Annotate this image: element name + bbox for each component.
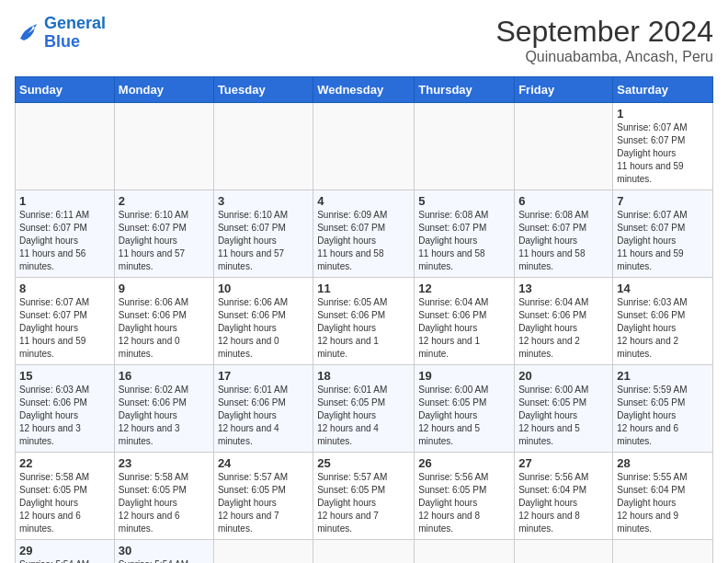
month-year-title: September 2024 <box>495 15 713 49</box>
calendar-cell: 22Sunrise: 5:58 AMSunset: 6:05 PMDayligh… <box>16 453 115 540</box>
location-subtitle: Quinuabamba, Ancash, Peru <box>495 49 713 65</box>
day-number: 12 <box>418 282 510 295</box>
calendar-cell: 14Sunrise: 6:03 AMSunset: 6:06 PMDayligh… <box>613 278 713 365</box>
day-info: Sunrise: 6:08 AMSunset: 6:07 PMDaylight … <box>418 209 510 273</box>
day-number: 11 <box>317 282 410 295</box>
day-info: Sunrise: 6:00 AMSunset: 6:05 PMDaylight … <box>518 384 609 448</box>
calendar-cell: 4Sunrise: 6:09 AMSunset: 6:07 PMDaylight… <box>313 190 415 278</box>
day-info: Sunrise: 6:03 AMSunset: 6:06 PMDaylight … <box>617 296 709 361</box>
day-info: Sunrise: 5:58 AMSunset: 6:05 PMDaylight … <box>19 471 110 535</box>
calendar-week-row: 8Sunrise: 6:07 AMSunset: 6:07 PMDaylight… <box>16 278 713 365</box>
calendar-cell: 8Sunrise: 6:07 AMSunset: 6:07 PMDaylight… <box>16 278 115 365</box>
day-info: Sunrise: 5:54 AMSunset: 6:04 PMDaylight … <box>19 558 110 563</box>
day-number: 18 <box>317 369 410 383</box>
day-info: Sunrise: 6:11 AMSunset: 6:07 PMDaylight … <box>19 209 110 273</box>
day-of-week-header: Monday <box>114 77 213 103</box>
day-number: 13 <box>518 282 609 295</box>
calendar-cell: 23Sunrise: 5:58 AMSunset: 6:05 PMDayligh… <box>114 453 213 540</box>
day-info: Sunrise: 6:01 AMSunset: 6:05 PMDaylight … <box>317 384 410 448</box>
calendar-cell: 24Sunrise: 5:57 AMSunset: 6:05 PMDayligh… <box>213 453 313 540</box>
day-number: 6 <box>518 194 609 208</box>
day-info: Sunrise: 6:07 AMSunset: 6:07 PMDaylight … <box>19 296 110 361</box>
logo: General Blue <box>15 15 106 52</box>
day-number: 16 <box>119 369 210 383</box>
day-info: Sunrise: 6:00 AMSunset: 6:05 PMDaylight … <box>418 384 510 448</box>
calendar-cell: 28Sunrise: 5:55 AMSunset: 6:04 PMDayligh… <box>613 453 713 540</box>
day-info: Sunrise: 5:55 AMSunset: 6:04 PMDaylight … <box>617 471 709 535</box>
calendar-week-row: 29Sunrise: 5:54 AMSunset: 6:04 PMDayligh… <box>16 540 713 564</box>
day-info: Sunrise: 5:57 AMSunset: 6:05 PMDaylight … <box>317 471 410 535</box>
calendar-cell: 30Sunrise: 5:54 AMSunset: 6:04 PMDayligh… <box>114 540 213 564</box>
day-number: 22 <box>19 456 110 470</box>
calendar-cell: 1Sunrise: 6:07 AMSunset: 6:07 PMDaylight… <box>613 103 713 190</box>
day-info: Sunrise: 6:01 AMSunset: 6:06 PMDaylight … <box>218 384 309 448</box>
calendar-cell <box>613 540 713 564</box>
day-number: 5 <box>418 194 510 208</box>
calendar-cell <box>213 540 313 564</box>
day-number: 19 <box>418 369 510 383</box>
day-number: 24 <box>218 456 309 470</box>
day-number: 9 <box>119 282 210 295</box>
day-number: 1 <box>617 107 709 121</box>
day-info: Sunrise: 6:03 AMSunset: 6:06 PMDaylight … <box>19 384 110 448</box>
day-info: Sunrise: 5:56 AMSunset: 6:05 PMDaylight … <box>418 471 510 535</box>
day-number: 27 <box>518 456 609 470</box>
day-info: Sunrise: 6:07 AMSunset: 6:07 PMDaylight … <box>617 121 709 186</box>
calendar-week-row: 1Sunrise: 6:07 AMSunset: 6:07 PMDaylight… <box>16 103 713 190</box>
calendar-cell <box>313 103 415 190</box>
day-info: Sunrise: 6:09 AMSunset: 6:07 PMDaylight … <box>317 209 410 273</box>
calendar-cell <box>415 103 515 190</box>
day-number: 14 <box>617 282 709 295</box>
calendar-cell <box>16 103 115 190</box>
day-info: Sunrise: 5:54 AMSunset: 6:04 PMDaylight … <box>119 558 210 563</box>
calendar-cell: 18Sunrise: 6:01 AMSunset: 6:05 PMDayligh… <box>313 365 415 453</box>
day-info: Sunrise: 6:07 AMSunset: 6:07 PMDaylight … <box>617 209 709 273</box>
calendar-header-row: SundayMondayTuesdayWednesdayThursdayFrid… <box>16 77 713 103</box>
calendar-cell: 26Sunrise: 5:56 AMSunset: 6:05 PMDayligh… <box>415 453 515 540</box>
day-number: 7 <box>617 194 709 208</box>
day-number: 30 <box>119 544 210 557</box>
calendar-cell: 15Sunrise: 6:03 AMSunset: 6:06 PMDayligh… <box>16 365 115 453</box>
day-number: 8 <box>19 282 110 295</box>
calendar-cell <box>515 103 613 190</box>
calendar-cell: 17Sunrise: 6:01 AMSunset: 6:06 PMDayligh… <box>213 365 313 453</box>
calendar-cell: 27Sunrise: 5:56 AMSunset: 6:04 PMDayligh… <box>515 453 613 540</box>
calendar-cell: 21Sunrise: 5:59 AMSunset: 6:05 PMDayligh… <box>613 365 713 453</box>
calendar-cell <box>213 103 313 190</box>
day-info: Sunrise: 6:06 AMSunset: 6:06 PMDaylight … <box>119 296 210 361</box>
logo-text: General Blue <box>44 15 106 52</box>
calendar-cell <box>313 540 415 564</box>
calendar-cell: 2Sunrise: 6:10 AMSunset: 6:07 PMDaylight… <box>114 190 213 278</box>
calendar-cell <box>415 540 515 564</box>
day-number: 4 <box>317 194 410 208</box>
day-number: 28 <box>617 456 709 470</box>
day-info: Sunrise: 5:56 AMSunset: 6:04 PMDaylight … <box>518 471 609 535</box>
day-info: Sunrise: 6:08 AMSunset: 6:07 PMDaylight … <box>518 209 609 273</box>
day-info: Sunrise: 5:58 AMSunset: 6:05 PMDaylight … <box>119 471 210 535</box>
day-of-week-header: Saturday <box>613 77 713 103</box>
day-number: 29 <box>19 544 110 557</box>
day-info: Sunrise: 6:10 AMSunset: 6:07 PMDaylight … <box>119 209 210 273</box>
day-info: Sunrise: 6:10 AMSunset: 6:07 PMDaylight … <box>218 209 309 273</box>
calendar-title-block: September 2024 Quinuabamba, Ancash, Peru <box>495 15 713 65</box>
calendar-cell: 5Sunrise: 6:08 AMSunset: 6:07 PMDaylight… <box>415 190 515 278</box>
day-number: 25 <box>317 456 410 470</box>
day-of-week-header: Thursday <box>415 77 515 103</box>
day-info: Sunrise: 5:59 AMSunset: 6:05 PMDaylight … <box>617 384 709 448</box>
page-header: General Blue September 2024 Quinuabamba,… <box>15 15 713 65</box>
logo-icon <box>15 20 40 46</box>
day-number: 2 <box>119 194 210 208</box>
calendar-cell: 16Sunrise: 6:02 AMSunset: 6:06 PMDayligh… <box>114 365 213 453</box>
day-number: 23 <box>119 456 210 470</box>
calendar-cell: 10Sunrise: 6:06 AMSunset: 6:06 PMDayligh… <box>213 278 313 365</box>
day-number: 1 <box>19 194 110 208</box>
calendar-cell: 1Sunrise: 6:11 AMSunset: 6:07 PMDaylight… <box>16 190 115 278</box>
calendar-cell <box>114 103 213 190</box>
calendar-cell: 7Sunrise: 6:07 AMSunset: 6:07 PMDaylight… <box>613 190 713 278</box>
calendar-cell: 25Sunrise: 5:57 AMSunset: 6:05 PMDayligh… <box>313 453 415 540</box>
day-number: 10 <box>218 282 309 295</box>
calendar-cell: 9Sunrise: 6:06 AMSunset: 6:06 PMDaylight… <box>114 278 213 365</box>
calendar-week-row: 15Sunrise: 6:03 AMSunset: 6:06 PMDayligh… <box>16 365 713 453</box>
calendar-cell: 6Sunrise: 6:08 AMSunset: 6:07 PMDaylight… <box>515 190 613 278</box>
day-number: 17 <box>218 369 309 383</box>
